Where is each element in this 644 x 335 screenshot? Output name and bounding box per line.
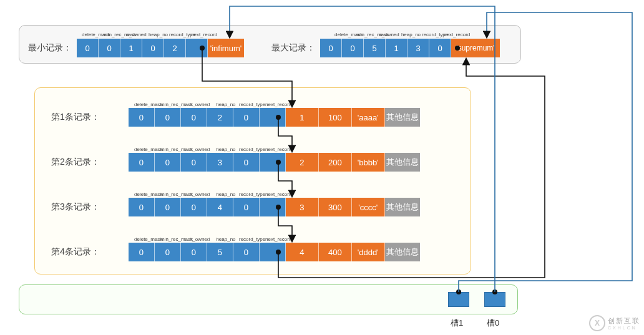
header-label: heap_no <box>213 236 239 242</box>
field-delete-mask: 0 <box>129 243 155 261</box>
col-1: 2 <box>286 153 319 172</box>
header-label: n_owned <box>187 102 213 107</box>
header-label: n_owned <box>187 192 213 197</box>
col-3: 'cccc' <box>352 198 385 216</box>
header-label: record_type <box>422 32 444 37</box>
field-min-rec-mask: 0 <box>342 39 364 57</box>
header-label: delete_mask <box>134 147 160 152</box>
record-title: 最大记录： <box>271 42 315 54</box>
record-min: 最小记录： 0 0 1 0 2 'infimum' <box>28 39 244 57</box>
header-label: delete_mask <box>82 32 104 37</box>
field-heap-no: 4 <box>207 198 233 216</box>
pointer-dot <box>455 46 460 51</box>
field-n-owned: 0 <box>181 243 207 261</box>
field-next-record: 0 <box>429 39 451 57</box>
field-next-record <box>260 153 286 172</box>
header-label: next_record <box>444 32 466 37</box>
col-2: 200 <box>319 153 352 172</box>
field-delete-mask: 0 <box>129 153 155 172</box>
col-extra: 其他信息 <box>385 153 420 172</box>
record-2: 第2条记录： 0 0 0 3 0 2 200 'bbbb' 其他信息 <box>51 153 420 172</box>
pointer-dot <box>276 115 281 120</box>
watermark: X 创新互联 CXHLCN <box>589 315 640 331</box>
header-label: heap_no <box>213 102 239 107</box>
record-4: 第4条记录： 0 0 0 5 0 4 400 'dddd' 其他信息 <box>51 243 420 261</box>
pointer-dot <box>456 289 461 294</box>
record-3: 第3条记录： 0 0 0 4 0 3 300 'cccc' 其他信息 <box>51 198 420 216</box>
headers-max: delete_mask min_rec_mask n_owned heap_no… <box>334 32 466 37</box>
field-record-type: 2 <box>164 39 186 57</box>
header-label: record_type <box>239 147 265 152</box>
header-label: min_rec_mask <box>160 102 187 107</box>
slot-label-1: 槽1 <box>451 318 463 329</box>
header-label: heap_no <box>213 192 239 197</box>
col-extra: 其他信息 <box>385 198 420 216</box>
field-next-record <box>260 198 286 216</box>
header-label: min_rec_mask <box>356 32 378 37</box>
header-label: record_type <box>239 192 265 197</box>
field-min-rec-mask: 0 <box>155 108 181 127</box>
panel-slots <box>19 284 518 314</box>
col-1: 3 <box>286 198 319 216</box>
header-label: next_record <box>265 192 291 197</box>
field-min-rec-mask: 0 <box>155 198 181 216</box>
header-label: delete_mask <box>334 32 356 37</box>
headers-r2: delete_mask min_rec_mask n_owned heap_no… <box>134 147 291 152</box>
col-1: 4 <box>286 243 319 261</box>
pointer-dot <box>276 160 281 165</box>
field-min-rec-mask: 0 <box>155 243 181 261</box>
headers-r4: delete_mask min_rec_mask n_owned heap_no… <box>134 236 291 242</box>
header-label: delete_mask <box>134 102 160 107</box>
header-label: n_owned <box>187 236 213 242</box>
field-delete-mask: 0 <box>320 39 342 57</box>
field-min-rec-mask: 0 <box>99 39 120 57</box>
col-extra: 其他信息 <box>385 243 420 261</box>
header-label: record_type <box>239 102 265 107</box>
field-record-type: 0 <box>233 108 260 127</box>
header-label: heap_no <box>213 147 239 152</box>
col-1: 1 <box>286 108 319 127</box>
field-record-type: 0 <box>233 153 260 172</box>
header-label: next_record <box>265 236 291 242</box>
field-record-type: 0 <box>233 198 260 216</box>
header-label: next_record <box>191 32 213 37</box>
field-n-owned: 0 <box>181 108 207 127</box>
field-delete-mask: 0 <box>129 108 155 127</box>
header-label: n_owned <box>125 32 147 37</box>
field-delete-mask: 0 <box>77 39 99 57</box>
header-label: min_rec_mask <box>160 147 187 152</box>
watermark-logo-icon: X <box>589 315 605 331</box>
header-label: n_owned <box>187 147 213 152</box>
headers-r3: delete_mask min_rec_mask n_owned heap_no… <box>134 192 291 197</box>
pointer-dot <box>492 289 497 294</box>
col-2: 300 <box>319 198 352 216</box>
header-label: next_record <box>265 102 291 107</box>
field-heap-no: 5 <box>207 243 233 261</box>
field-next-record <box>260 243 286 261</box>
field-next-record <box>260 108 286 127</box>
col-2: 400 <box>319 243 352 261</box>
field-n-owned: 1 <box>120 39 142 57</box>
header-label: min_rec_mask <box>160 236 187 242</box>
watermark-text: 创新互联 <box>608 316 640 326</box>
pointer-dot <box>276 205 281 210</box>
record-title: 第1条记录： <box>51 112 100 123</box>
field-heap-no: 2 <box>207 108 233 127</box>
record-max: 最大记录： 0 0 5 1 3 0 'supremum' <box>271 39 500 57</box>
col-2: 100 <box>319 108 352 127</box>
record-title: 第2条记录： <box>51 157 100 168</box>
field-n-owned: 0 <box>181 153 207 172</box>
header-label: record_type <box>239 236 265 242</box>
header-label: min_rec_mask <box>160 192 187 197</box>
header-label: n_owned <box>378 32 400 37</box>
record-title: 第4条记录： <box>51 246 100 258</box>
header-label: heap_no <box>400 32 422 37</box>
headers-min: delete_mask min_rec_mask n_owned heap_no… <box>82 32 213 37</box>
header-label: delete_mask <box>134 192 160 197</box>
col-3: 'bbbb' <box>352 153 385 172</box>
col-extra: 其他信息 <box>385 108 420 127</box>
watermark-subtext: CXHLCN <box>608 326 640 330</box>
headers-r1: delete_mask min_rec_mask n_owned heap_no… <box>134 102 291 107</box>
field-heap-no: 1 <box>386 39 407 57</box>
col-3: 'aaaa' <box>352 108 385 127</box>
